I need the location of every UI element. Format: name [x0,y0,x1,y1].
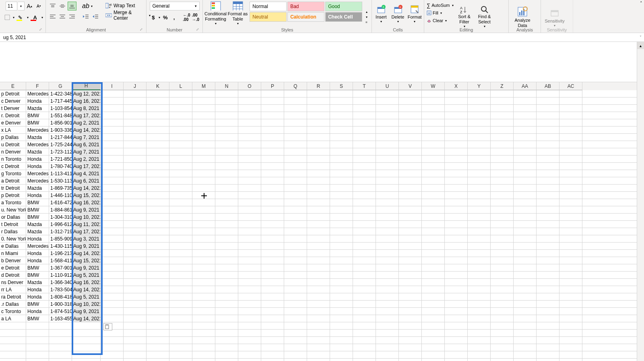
cell[interactable] [537,228,559,235]
cell[interactable] [101,127,124,133]
cell[interactable] [559,351,582,358]
cell[interactable] [215,98,238,104]
cell[interactable] [445,351,468,358]
cell[interactable] [238,264,261,271]
cell[interactable] [399,344,422,351]
cell[interactable] [238,148,261,155]
cell[interactable] [26,344,49,351]
cell[interactable] [284,112,307,119]
cell[interactable] [49,351,72,358]
cell[interactable] [101,192,124,199]
cell[interactable] [192,308,215,315]
cell[interactable] [468,170,491,177]
cell[interactable] [445,141,468,148]
cell[interactable] [559,264,582,271]
cell[interactable] [422,315,445,322]
cell[interactable] [330,199,353,206]
cell[interactable] [215,243,238,249]
cell[interactable] [445,119,468,126]
column-header-J[interactable]: J [124,82,147,90]
cell[interactable] [559,141,582,148]
cell[interactable] [215,163,238,170]
column-header-P[interactable]: P [261,82,284,90]
column-header-V[interactable]: V [399,82,422,90]
cell[interactable]: 1-312-719 [49,228,72,235]
column-header-H[interactable]: H [72,82,101,90]
cell[interactable] [491,206,514,213]
cell[interactable] [101,105,124,112]
cell[interactable] [514,177,537,184]
cell[interactable] [169,127,192,133]
cell[interactable] [330,359,353,361]
cell[interactable] [261,214,284,220]
cell[interactable] [537,90,559,97]
cell[interactable] [376,192,399,199]
cell[interactable] [284,243,307,249]
cell[interactable] [468,293,491,300]
cell[interactable] [537,141,559,148]
cell[interactable] [284,105,307,112]
cell[interactable] [514,243,537,249]
cell[interactable] [353,105,376,112]
cell[interactable] [169,228,192,235]
cell[interactable] [537,322,559,329]
cell[interactable] [376,119,399,126]
cell[interactable]: a LA [0,315,26,322]
cell[interactable]: a Toronto [0,199,26,206]
cell[interactable] [514,141,537,148]
cell[interactable] [192,199,215,206]
cell[interactable] [468,301,491,307]
cell[interactable] [238,127,261,133]
cell[interactable] [422,134,445,141]
cell[interactable] [124,199,147,206]
cell[interactable]: Aug 14, 2021 [72,250,101,257]
cell[interactable] [537,98,559,104]
cell[interactable] [537,293,559,300]
cell[interactable] [537,359,559,361]
cell[interactable]: Aug 9, 2021 [72,308,101,315]
cell[interactable] [468,148,491,155]
cell[interactable] [376,134,399,141]
cell[interactable] [330,170,353,177]
cell[interactable]: 1-721-850 [49,156,72,162]
cell[interactable] [353,134,376,141]
cell[interactable] [330,315,353,322]
cell[interactable] [422,235,445,242]
cell[interactable] [422,214,445,220]
column-header-S[interactable]: S [330,82,353,90]
cell[interactable] [284,141,307,148]
cell[interactable] [376,235,399,242]
insert-button[interactable]: + Insert ▾ [374,2,389,27]
cell[interactable] [491,221,514,228]
cell[interactable] [537,308,559,315]
cell[interactable]: r. Detroit [0,112,26,119]
cell[interactable] [330,228,353,235]
cell[interactable] [101,148,124,155]
cell[interactable] [284,177,307,184]
cell[interactable] [147,286,169,293]
cell[interactable] [169,257,192,264]
cell[interactable] [537,206,559,213]
cell[interactable] [261,344,284,351]
cell[interactable] [376,337,399,344]
cell[interactable] [192,90,215,97]
cell[interactable] [101,359,124,361]
cell[interactable] [376,112,399,119]
cell[interactable] [537,264,559,271]
cell[interactable] [491,257,514,264]
cell[interactable] [238,322,261,329]
cell[interactable]: 1-367-901 [49,264,72,271]
cell[interactable]: Aug 14, 2021 [72,185,101,191]
cell[interactable] [559,315,582,322]
cell[interactable] [307,199,330,206]
cell[interactable] [445,228,468,235]
cell[interactable]: a Detroit [0,177,26,184]
cell[interactable] [101,257,124,264]
cell[interactable] [192,301,215,307]
cell[interactable]: 1-446-110 [49,192,72,199]
cell[interactable] [284,98,307,104]
cell[interactable] [422,221,445,228]
cell[interactable] [0,359,26,361]
cell[interactable] [215,322,238,329]
cell[interactable] [399,279,422,286]
